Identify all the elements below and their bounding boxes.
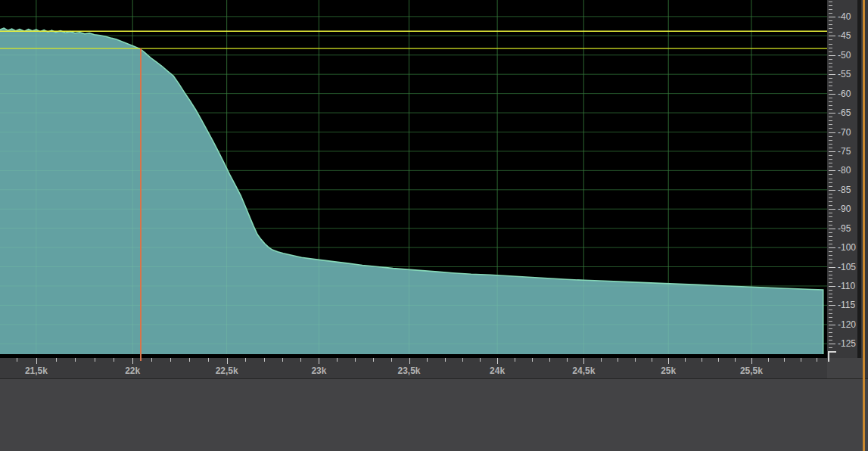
db-tick (829, 86, 832, 86)
db-ruler[interactable]: -35-40-45-50-55-60-65-70-75-80-85-90-95-… (827, 0, 868, 358)
db-tick (829, 44, 832, 45)
db-tick-label: -75 (838, 147, 851, 156)
freq-tick (801, 358, 801, 362)
db-tick (829, 166, 832, 167)
db-tick (829, 55, 835, 56)
db-tick (829, 290, 832, 291)
db-tick (829, 313, 832, 314)
db-tick (829, 225, 832, 226)
freq-tick-label: 22k (125, 365, 140, 376)
freq-tick-label: 21,5k (25, 365, 48, 376)
freq-tick (718, 358, 719, 362)
db-tick (829, 297, 832, 298)
db-tick (829, 51, 832, 52)
freq-tick (245, 358, 246, 362)
db-tick (829, 105, 832, 106)
freq-tick (151, 358, 152, 362)
db-tick (829, 109, 832, 110)
db-tick (829, 194, 832, 194)
freq-tick (264, 358, 265, 362)
db-tick (829, 39, 832, 40)
db-tick (829, 186, 832, 187)
freq-tick (355, 358, 356, 362)
db-tick (829, 78, 832, 79)
db-tick (829, 101, 832, 102)
db-tick-label: -125 (838, 339, 856, 348)
db-tick (829, 259, 832, 260)
freq-tick (735, 358, 736, 362)
db-tick (829, 182, 832, 183)
freq-tick-label: 24,5k (572, 365, 595, 376)
db-tick-label: -110 (838, 281, 855, 291)
freq-tick-label: 25,5k (740, 365, 763, 376)
db-tick-label: -40 (838, 12, 851, 21)
db-tick-label: -70 (838, 128, 851, 137)
db-tick (829, 140, 832, 141)
db-tick-label: -45 (838, 31, 851, 40)
db-tick (829, 13, 832, 14)
freq-tick (445, 358, 446, 362)
db-tick (829, 179, 832, 179)
db-tick (829, 247, 835, 248)
db-tick (829, 236, 832, 237)
db-tick (829, 163, 832, 163)
freq-tick (768, 358, 769, 362)
db-tick (829, 128, 832, 129)
freq-tick (170, 358, 171, 362)
db-tick (829, 98, 832, 98)
db-tick (829, 70, 832, 71)
db-tick (829, 90, 832, 91)
db-tick (829, 267, 835, 268)
freq-tick (601, 358, 602, 362)
db-tick (829, 132, 835, 133)
db-tick-label: -105 (838, 263, 856, 272)
frequency-ruler[interactable]: 21,5k22k22,5k23k23,5k24k24,5k25k25,5k (0, 358, 827, 378)
db-tick-label: -100 (838, 243, 856, 252)
db-tick (829, 28, 832, 29)
freq-tick (635, 358, 636, 362)
freq-tick (618, 358, 618, 362)
freq-tick-label: 22,5k (216, 365, 238, 376)
freq-tick (391, 358, 392, 362)
freq-tick-label: 24k (490, 365, 505, 376)
db-tick (829, 336, 832, 337)
db-tick (829, 209, 835, 210)
freq-tick (751, 358, 752, 364)
db-tick-label: -60 (838, 89, 851, 98)
db-tick (829, 2, 832, 2)
db-tick-label: -95 (838, 224, 851, 233)
freq-tick (337, 358, 338, 362)
freq-tick (668, 358, 669, 364)
db-tick-label: -80 (838, 166, 851, 175)
db-tick (829, 136, 832, 137)
freq-tick (480, 358, 481, 362)
db-tick (829, 317, 832, 318)
db-tick (829, 301, 832, 302)
db-tick (829, 263, 832, 263)
freq-tick (36, 358, 37, 364)
freq-tick (549, 358, 550, 362)
freq-tick (208, 358, 209, 362)
db-tick-label: -65 (838, 108, 851, 117)
db-tick (829, 201, 832, 202)
db-tick-label: -90 (838, 204, 851, 213)
db-tick (829, 328, 832, 329)
db-tick (829, 347, 832, 348)
freq-tick-label: 23,5k (397, 365, 420, 376)
freq-tick (409, 358, 410, 364)
db-tick (829, 340, 832, 341)
db-tick (829, 282, 832, 283)
db-tick (829, 20, 832, 21)
db-tick (829, 229, 835, 229)
freq-tick (17, 358, 17, 362)
db-tick (829, 305, 835, 306)
db-tick (829, 170, 835, 171)
db-tick (829, 321, 832, 322)
spectrum-plot[interactable] (0, 0, 827, 358)
db-tick (829, 275, 832, 275)
ruler-corner-handle[interactable] (828, 351, 836, 362)
db-tick (829, 151, 835, 152)
db-tick (829, 124, 832, 125)
spectrum-canvas[interactable] (0, 0, 827, 358)
db-tick (829, 120, 832, 121)
